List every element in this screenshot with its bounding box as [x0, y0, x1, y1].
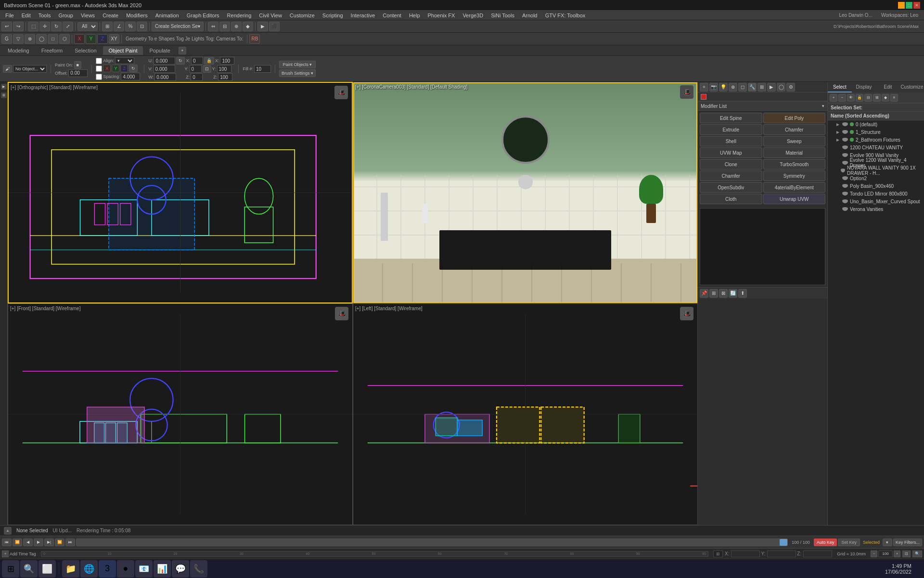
sel-item-11[interactable]: ▶ Verona Vanities	[828, 205, 924, 213]
lock-btn[interactable]: 🔒	[204, 57, 214, 65]
menu-rendering[interactable]: Rendering	[224, 12, 255, 19]
tb2-xyz-x[interactable]: X	[74, 34, 85, 44]
viewport-left[interactable]: [+] [Left] [Standard] [Wireframe] 🎩	[353, 303, 698, 525]
menu-verge3d[interactable]: Verge3D	[459, 12, 487, 19]
undo-btn[interactable]: ↩	[1, 22, 12, 31]
xyz-rotate-btn[interactable]: ↻	[129, 65, 138, 72]
material-btn2[interactable]: Material	[763, 147, 826, 158]
u-reset-btn[interactable]: ↻	[176, 57, 185, 65]
set-key-btn[interactable]: Set Key	[838, 539, 860, 546]
stack-btn4[interactable]: 🔄	[729, 289, 737, 298]
y-pct-input[interactable]	[217, 65, 231, 73]
symmetry-btn[interactable]: Symmetry	[763, 171, 826, 181]
offset-input[interactable]	[68, 69, 88, 77]
timeline-prev[interactable]: ◀	[23, 539, 33, 546]
material-btn[interactable]: ◆	[243, 22, 253, 31]
mod-panel-space[interactable]: ◻	[738, 83, 747, 92]
shell-btn[interactable]: Shell	[700, 136, 762, 146]
rotate-btn[interactable]: ↻	[51, 22, 62, 31]
rb-btn[interactable]: RB	[249, 34, 260, 44]
xyz-y-btn[interactable]: Y	[112, 65, 119, 72]
lock2-btn[interactable]: ⊡	[203, 65, 211, 73]
stack-btn3[interactable]: ⊠	[719, 289, 728, 298]
stack-btn1[interactable]: 📌	[700, 289, 708, 298]
vp3-icon[interactable]: 🎩	[335, 307, 348, 320]
mod-panel-utils[interactable]: ⚙	[786, 83, 795, 92]
xyz-x-btn[interactable]: X	[103, 65, 111, 72]
brush-settings-btn[interactable]: Brush Settings ▾	[279, 69, 316, 77]
skype-btn[interactable]: 📞	[190, 560, 207, 578]
y-coord-input[interactable]	[767, 551, 796, 557]
opensubdiv-btn[interactable]: OpenSubdiv	[700, 182, 762, 193]
x-input2[interactable]	[191, 57, 203, 65]
timeline-go-end[interactable]: ⏭	[65, 539, 75, 546]
mod-panel-helper[interactable]: ⊕	[729, 83, 737, 92]
sel-item-1[interactable]: ▶ 1_Structure	[828, 128, 924, 136]
sel-item-10[interactable]: ▶ Uno_Basin_Mixer_Curved Spout	[828, 197, 924, 205]
vp4-icon[interactable]: 🎩	[680, 307, 693, 320]
tab-populate[interactable]: Populate	[143, 46, 176, 55]
cloth-btn[interactable]: Cloth	[700, 194, 762, 204]
outlook-btn[interactable]: 📧	[135, 560, 153, 578]
mod-panel-create[interactable]: +	[700, 83, 708, 92]
sel-item-9[interactable]: ▶ Tondo LED Mirror 800x800	[828, 190, 924, 197]
tb2-btn1[interactable]: G	[1, 34, 12, 44]
explorer-btn[interactable]: 📁	[62, 560, 79, 578]
tab-freeform[interactable]: Freeform	[36, 46, 69, 55]
tab-add-btn[interactable]: +	[179, 47, 186, 54]
v-input[interactable]	[154, 65, 175, 73]
sel-set-del[interactable]: −	[838, 94, 846, 102]
menu-sini[interactable]: SiNi Tools	[488, 12, 518, 19]
tb2-btn2[interactable]: ▽	[13, 34, 24, 44]
turbosmooth-btn[interactable]: TurboSmooth	[763, 159, 826, 170]
zoom-btn[interactable]: 🔍	[912, 551, 922, 557]
isolate-btn[interactable]: ⊡	[902, 551, 911, 557]
sel-set-new[interactable]: +	[830, 94, 837, 102]
no-object-dropdown[interactable]: No Object...	[13, 65, 47, 73]
tab-object-paint[interactable]: Object Paint	[103, 46, 143, 55]
menu-group[interactable]: Group	[55, 12, 77, 19]
menu-scripting[interactable]: Scripting	[319, 12, 346, 19]
mod-panel-display[interactable]: ◯	[777, 83, 785, 92]
sel-set-hier[interactable]: ⊞	[873, 94, 881, 102]
chamfer-btn[interactable]: Chamfer	[763, 124, 826, 135]
menu-content[interactable]: Content	[379, 12, 405, 19]
vp2-icon[interactable]: 🎩	[680, 85, 693, 99]
timeline-go-start[interactable]: ⏮	[2, 539, 12, 546]
add-time-btn[interactable]: +	[2, 551, 9, 557]
create-selection-btn[interactable]: Create Selection Se▾	[152, 22, 204, 31]
y-input2[interactable]	[190, 65, 202, 73]
w-input[interactable]	[154, 73, 176, 81]
x-coord-input[interactable]	[731, 551, 760, 557]
tab-selection[interactable]: Selection	[69, 46, 102, 55]
menu-graph-editors[interactable]: Graph Editors	[183, 12, 223, 19]
menu-views[interactable]: Views	[77, 12, 98, 19]
menu-customize[interactable]: Customize	[286, 12, 318, 19]
excel-btn[interactable]: 📊	[154, 560, 171, 578]
select-btn[interactable]: ⬚	[28, 22, 38, 31]
xyz-checkbox[interactable]	[96, 66, 102, 72]
menu-phoenix[interactable]: Phoenix FX	[424, 12, 459, 19]
timeline-play[interactable]: ▶	[34, 539, 43, 546]
timeline-next-key[interactable]: ⏩	[55, 539, 64, 546]
minimize-button[interactable]: −	[898, 2, 905, 9]
xyz-z-btn[interactable]: Z	[120, 65, 128, 72]
tb2-btn6[interactable]: ⬡	[59, 34, 70, 44]
3dsmax-btn[interactable]: 3	[99, 560, 116, 578]
paint-objects-btn[interactable]: Paint Objects ▾	[279, 61, 316, 68]
chrome-btn[interactable]: ●	[117, 560, 134, 578]
sel-set-eye[interactable]: 👁	[847, 94, 855, 102]
paint-on-btn[interactable]: ■	[74, 61, 81, 69]
paint-icon-btn[interactable]: 🖌	[3, 65, 12, 73]
timeline-prev-key[interactable]: ⏪	[13, 539, 22, 546]
chamfer2-btn[interactable]: Chamfer	[700, 171, 762, 181]
sel-item-6[interactable]: ▶ NOVARA WALL VANITY 900 1X DRAWER - H..…	[828, 167, 924, 174]
menu-file[interactable]: File	[2, 12, 17, 19]
start-btn[interactable]: ⊞	[2, 560, 19, 578]
render-frame-btn[interactable]: ⬛	[269, 22, 280, 31]
align-dropdown[interactable]: ▾	[115, 57, 134, 64]
menu-edit[interactable]: Edit	[18, 12, 34, 19]
x-pct-input[interactable]	[220, 57, 234, 65]
tb2-xyz-y[interactable]: Y	[86, 34, 96, 44]
align-btn[interactable]: ⊟	[219, 22, 230, 31]
